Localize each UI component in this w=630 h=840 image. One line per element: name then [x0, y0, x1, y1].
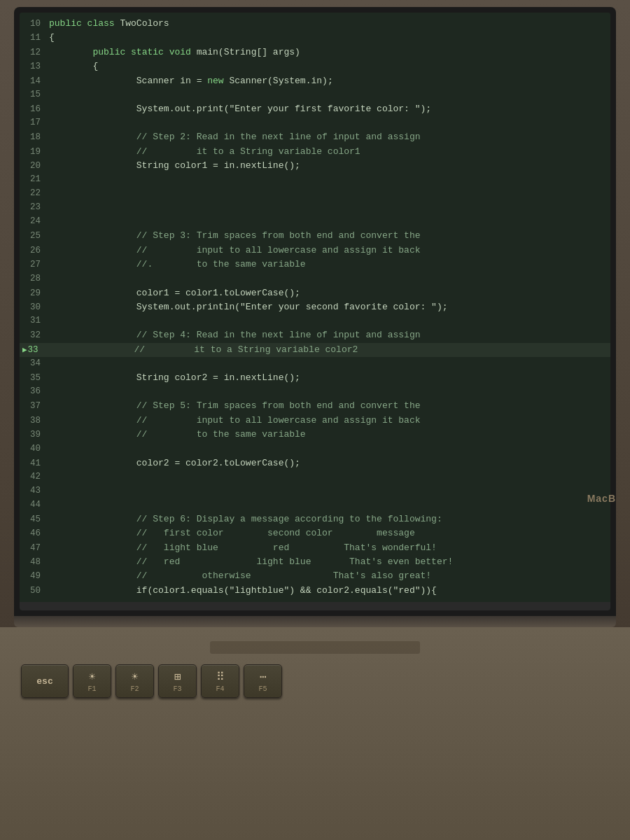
code-line: 31 — [20, 314, 610, 328]
line-content: String color1 = in.nextLine(); — [49, 159, 300, 173]
line-number: 20 — [22, 160, 49, 173]
line-content: { — [49, 31, 55, 45]
code-line: 14 Scanner in = new Scanner(System.in); — [20, 74, 610, 88]
code-line: 23 — [20, 201, 610, 215]
line-number: 50 — [22, 584, 49, 598]
line-content: // it to a String variable color2 — [47, 343, 358, 357]
line-content: // it to a String variable color1 — [49, 145, 360, 159]
code-line: 45 // Step 6: Display a message accordin… — [20, 512, 610, 526]
line-number: 36 — [22, 385, 49, 398]
fn-key-label: F5 — [258, 685, 267, 693]
code-line: 34 — [20, 357, 610, 371]
trackpad — [210, 641, 420, 654]
line-number: 49 — [22, 570, 49, 583]
code-line: 36 — [20, 385, 610, 399]
code-line: 39 // to the same variable — [20, 428, 610, 442]
code-line: 17 — [20, 116, 610, 130]
line-content: // Step 5: Trim spaces from both end and… — [49, 399, 421, 413]
line-number: 41 — [22, 457, 49, 470]
fn-key-label: F2 — [130, 685, 139, 693]
code-line: ▶33 // it to a String variable color2 — [20, 343, 610, 357]
line-number: 22 — [22, 187, 49, 200]
line-number: 40 — [22, 442, 49, 456]
fn-key-F3[interactable]: ⊞ F3 — [158, 664, 197, 698]
code-line: 37 // Step 5: Trim spaces from both end … — [20, 399, 610, 413]
line-content: //. to the same variable — [49, 258, 306, 272]
line-content: { — [49, 59, 98, 74]
line-content: // to the same variable — [49, 428, 306, 442]
line-content: // input to all lowercase and assign it … — [49, 244, 421, 258]
code-line: 42 — [20, 470, 610, 484]
fn-key-icon: ☀ — [89, 670, 96, 684]
fn-key-icon: ⠿ — [216, 670, 225, 684]
line-content: if(color1.equals("lightblue") && color2.… — [49, 584, 437, 598]
code-line: 26 // input to all lowercase and assign … — [20, 244, 610, 258]
code-line: 28 — [20, 272, 610, 286]
fn-key-F2[interactable]: ☀ F2 — [115, 664, 154, 698]
fn-key-F5[interactable]: ⋯ F5 — [244, 664, 282, 698]
line-content: // first color second color message — [49, 526, 415, 540]
line-content: color2 = color2.toLowerCase(); — [49, 456, 300, 470]
esc-key[interactable]: esc — [21, 664, 69, 698]
line-content: public static void main(String[] args) — [49, 46, 300, 59]
fn-key-label: F3 — [173, 685, 181, 693]
code-line: 11{ — [20, 31, 610, 45]
code-line: 29 color1 = color1.toLowerCase(); — [20, 286, 610, 300]
line-number: 35 — [22, 372, 49, 385]
code-line: 40 — [20, 442, 610, 456]
line-content: // input to all lowercase and assign it … — [49, 414, 421, 428]
screen-bottom-bar — [20, 602, 610, 610]
line-number: 30 — [22, 301, 49, 314]
code-line: 38 // input to all lowercase and assign … — [20, 414, 610, 428]
line-content: Scanner in = new Scanner(System.in); — [49, 74, 333, 88]
fn-key-icon: ⊞ — [174, 670, 181, 684]
line-content: // light blue red That's wonderful! — [49, 541, 437, 555]
code-line: 27 //. to the same variable — [20, 258, 610, 272]
line-number: 44 — [22, 498, 49, 512]
code-line: 48 // red light blue That's even better! — [20, 555, 610, 569]
code-line: 50 if(color1.equals("lightblue") && colo… — [20, 584, 610, 598]
line-content: // Step 2: Read in the next line of inpu… — [49, 130, 421, 144]
keyboard-area: esc ☀ F1 ☀ F2 ⊞ F3 ⠿ F4 ⋯ F5 — [0, 627, 630, 840]
line-number: 23 — [22, 201, 49, 214]
line-number: 12 — [22, 46, 49, 59]
screen: 10public class TwoColors11{12 public sta… — [20, 13, 610, 610]
line-number: 15 — [22, 88, 49, 102]
line-content: public class TwoColors — [49, 17, 169, 31]
laptop-hinge — [14, 616, 616, 627]
line-content: // Step 3: Trim spaces from both end and… — [49, 229, 421, 243]
line-number: 26 — [22, 244, 49, 258]
code-line: 13 { — [20, 59, 610, 74]
fn-key-icon: ⋯ — [260, 670, 267, 684]
code-editor: 10public class TwoColors11{12 public sta… — [20, 13, 610, 602]
line-number: 31 — [22, 314, 49, 328]
line-number: 14 — [22, 75, 49, 88]
line-content: // Step 4: Read in the next line of inpu… — [49, 328, 421, 342]
fn-key-icon: ☀ — [132, 670, 139, 684]
laptop-body: 10public class TwoColors11{12 public sta… — [0, 0, 630, 840]
line-number: 21 — [22, 173, 49, 186]
code-line: 49 // otherwise That's also great! — [20, 569, 610, 583]
code-line: 21 — [20, 173, 610, 187]
line-number: 42 — [22, 470, 49, 484]
fn-key-F1[interactable]: ☀ F1 — [73, 664, 111, 698]
code-line: 24 — [20, 215, 610, 229]
code-line: 35 String color2 = in.nextLine(); — [20, 371, 610, 385]
code-line: 22 — [20, 187, 610, 201]
line-number: 27 — [22, 258, 49, 272]
code-line: 32 // Step 4: Read in the next line of i… — [20, 328, 610, 342]
line-number: 38 — [22, 414, 49, 428]
line-number: 33 — [27, 344, 47, 357]
code-line: 10public class TwoColors — [20, 17, 610, 31]
fn-key-F4[interactable]: ⠿ F4 — [201, 664, 239, 698]
line-number: 29 — [22, 287, 49, 300]
code-line: 44 — [20, 498, 610, 512]
code-line: 25 // Step 3: Trim spaces from both end … — [20, 229, 610, 243]
line-number: 19 — [22, 146, 49, 159]
code-line: 12 public static void main(String[] args… — [20, 46, 610, 59]
fn-key-label: F4 — [216, 685, 224, 693]
line-number: 48 — [22, 556, 49, 569]
code-line: 20 String color1 = in.nextLine(); — [20, 159, 610, 173]
line-number: 17 — [22, 116, 49, 130]
line-number: 46 — [22, 527, 49, 540]
